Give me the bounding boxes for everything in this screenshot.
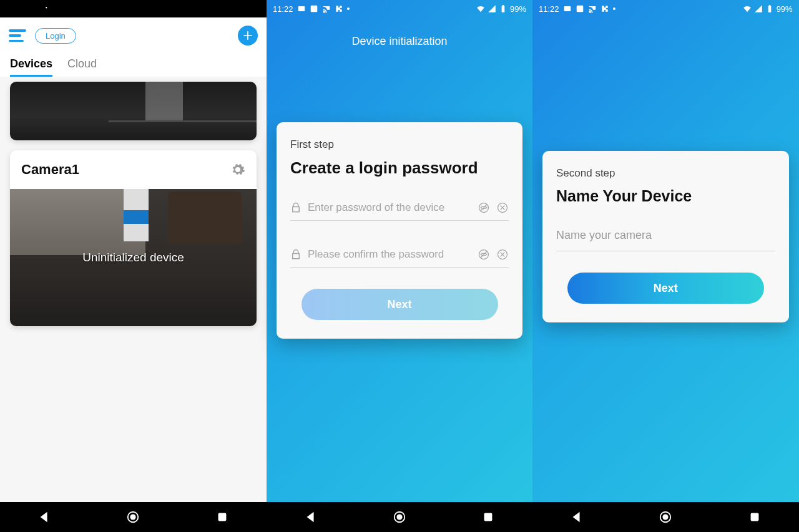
status-time: 11:22 — [539, 4, 559, 14]
status-bar: 11:21 99% — [0, 0, 267, 17]
card-title: Name Your Device — [556, 187, 775, 205]
status-puzzle-icon — [600, 4, 609, 13]
status-time: 11:21 — [6, 4, 27, 14]
svg-rect-9 — [310, 6, 317, 12]
screen-init-password: 11:22 99% Device initialization First st… — [267, 0, 532, 532]
confirm-password-input[interactable] — [308, 248, 473, 261]
svg-point-26 — [663, 514, 669, 520]
svg-rect-10 — [502, 6, 505, 12]
nav-home-icon[interactable] — [126, 510, 140, 524]
battery-icon — [765, 4, 774, 13]
status-image-icon — [43, 4, 52, 13]
status-cast-icon — [322, 4, 331, 13]
name-field-row — [556, 220, 775, 251]
svg-rect-21 — [564, 6, 571, 11]
svg-rect-4 — [237, 5, 238, 6]
device-name: Camera1 — [21, 162, 79, 178]
step-label: First step — [290, 138, 509, 151]
plus-icon — [242, 29, 254, 42]
device-card-camera1[interactable]: Camera1 Uninitialized device — [10, 150, 257, 326]
svg-rect-1 — [44, 6, 51, 12]
card-title: Create a login password — [290, 158, 509, 178]
svg-rect-23 — [768, 6, 771, 12]
confirm-field-row — [290, 242, 509, 268]
next-button[interactable]: Next — [567, 273, 765, 304]
svg-point-6 — [130, 514, 136, 520]
clear-icon[interactable] — [496, 201, 509, 214]
svg-line-16 — [481, 251, 487, 258]
wifi-icon — [743, 4, 752, 13]
nav-recent-icon[interactable] — [481, 510, 495, 524]
login-button[interactable]: Login — [35, 28, 76, 44]
add-device-button[interactable] — [238, 26, 258, 46]
svg-rect-0 — [31, 6, 38, 11]
status-image-icon — [310, 4, 318, 13]
svg-rect-8 — [298, 6, 305, 11]
wifi-icon — [210, 4, 219, 13]
nav-recent-icon[interactable] — [748, 510, 762, 524]
nav-recent-icon[interactable] — [215, 510, 229, 524]
nav-back-icon[interactable] — [570, 510, 584, 524]
signal-icon — [222, 4, 230, 13]
tab-cloud[interactable]: Cloud — [67, 57, 97, 77]
status-cast-icon — [588, 4, 597, 13]
page-title: Device initialization — [267, 17, 532, 48]
camera-thumb-object — [124, 189, 149, 241]
next-button[interactable]: Next — [301, 289, 498, 320]
android-navbar — [0, 502, 267, 532]
battery-icon — [233, 4, 242, 13]
clear-icon[interactable] — [496, 248, 509, 261]
svg-rect-24 — [768, 5, 770, 6]
status-time: 11:22 — [273, 4, 293, 14]
gear-icon[interactable] — [230, 162, 245, 177]
status-cast-icon — [56, 4, 64, 13]
svg-point-19 — [396, 514, 402, 520]
status-app-icon — [563, 4, 572, 13]
step-label: Second step — [556, 167, 775, 180]
password-input[interactable] — [308, 201, 473, 214]
password-card: First step Create a login password Next — [277, 122, 522, 339]
signal-icon — [754, 4, 763, 13]
svg-line-13 — [481, 205, 487, 211]
nav-back-icon[interactable] — [37, 510, 51, 524]
status-bar: 11:22 99% — [532, 0, 799, 17]
svg-point-2 — [46, 7, 47, 8]
tab-devices[interactable]: Devices — [10, 57, 52, 77]
nav-back-icon[interactable] — [304, 510, 318, 524]
status-more-dot — [347, 7, 350, 10]
status-puzzle-icon — [335, 4, 343, 13]
lock-icon — [290, 202, 301, 213]
battery-pct: 99% — [777, 4, 793, 14]
status-bar: 11:22 99% — [267, 0, 532, 17]
wifi-icon — [476, 4, 485, 13]
status-more-dot — [81, 7, 83, 10]
svg-rect-3 — [236, 6, 239, 12]
status-more-dot — [613, 7, 615, 10]
lock-icon — [290, 249, 301, 260]
battery-pct: 99% — [244, 4, 260, 14]
battery-icon — [499, 4, 507, 13]
svg-rect-27 — [750, 513, 758, 521]
device-card-preview[interactable] — [10, 82, 257, 140]
eye-off-icon[interactable] — [478, 201, 490, 214]
password-field-row — [290, 195, 509, 221]
nav-home-icon[interactable] — [659, 510, 672, 524]
device-status: Uninitialized device — [82, 251, 184, 264]
svg-rect-11 — [502, 5, 504, 6]
android-navbar — [267, 502, 532, 532]
status-image-icon — [576, 4, 584, 13]
nav-home-icon[interactable] — [393, 510, 406, 524]
svg-rect-20 — [484, 513, 493, 521]
status-app-icon — [31, 4, 39, 13]
status-puzzle-icon — [68, 4, 77, 13]
svg-rect-7 — [218, 513, 226, 521]
device-name-input[interactable] — [556, 229, 775, 242]
eye-off-icon[interactable] — [478, 248, 490, 261]
svg-rect-22 — [576, 6, 583, 12]
menu-button[interactable] — [9, 29, 26, 42]
screen-name-device: 11:22 99% Second step Name Your Device N… — [532, 0, 799, 532]
signal-icon — [488, 4, 496, 13]
status-app-icon — [297, 4, 306, 13]
android-navbar — [532, 502, 799, 532]
battery-pct: 99% — [510, 4, 526, 14]
